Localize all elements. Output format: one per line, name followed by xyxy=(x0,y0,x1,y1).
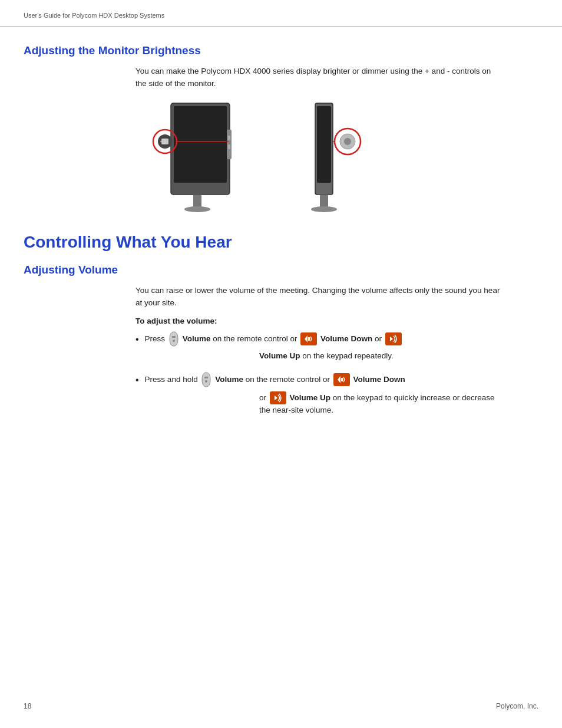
volume-down-icon-2 xyxy=(333,373,350,386)
monitor-brightness-body: You can make the Polycom HDX 4000 series… xyxy=(135,65,501,90)
svg-rect-13 xyxy=(317,106,331,183)
svg-point-15 xyxy=(311,206,337,212)
bullet2-continuation: or Volume Up on the keypad to quickly in… xyxy=(247,391,507,417)
volume-up-icon-1 xyxy=(385,332,402,345)
page-content: Adjusting the Monitor Brightness You can… xyxy=(0,27,562,450)
bullet1-continuation: Volume Up on the keypad repeatedly. xyxy=(247,350,507,363)
volume-up-icon-2 xyxy=(270,391,286,404)
adjusting-volume-heading: Adjusting Volume xyxy=(24,263,538,276)
svg-marker-22 xyxy=(305,335,308,342)
bullet-section-1: • Press Volume on the remote control or xyxy=(135,331,507,363)
svg-rect-25 xyxy=(204,377,208,378)
monitor-right-image xyxy=(271,97,377,215)
svg-point-26 xyxy=(205,380,207,383)
adjusting-volume-body: You can raise or lower the volume of the… xyxy=(135,285,501,309)
page-header: User's Guide for Polycom HDX Desktop Sys… xyxy=(0,0,562,27)
svg-rect-14 xyxy=(320,195,328,207)
svg-rect-28 xyxy=(341,378,343,381)
svg-point-21 xyxy=(173,340,175,342)
bullet-dot-1: • xyxy=(135,332,139,347)
monitor-images xyxy=(135,97,538,215)
bullet1-cont-text: on the keypad repeatedly. xyxy=(302,351,393,360)
bullet2-vol-down-label: Volume Down xyxy=(353,375,405,384)
monitor-brightness-heading: Adjusting the Monitor Brightness xyxy=(24,44,538,57)
volume-down-icon-1 xyxy=(300,332,317,345)
bullet2-volume-bold: Volume xyxy=(215,375,243,384)
bullet-content-1: Press Volume on the remote control or xyxy=(145,331,507,347)
bullet1-vol-up-label: Volume Up xyxy=(259,351,300,360)
svg-point-19 xyxy=(344,138,351,145)
svg-rect-1 xyxy=(174,106,227,183)
svg-rect-20 xyxy=(172,336,176,338)
to-adjust-label: To adjust the volume: xyxy=(135,317,538,325)
remote-icon-1 xyxy=(168,331,179,347)
bullet1-or: or xyxy=(375,334,382,342)
bullet2-press-hold: Press and hold xyxy=(145,375,198,384)
svg-marker-24 xyxy=(390,337,393,341)
svg-rect-5 xyxy=(228,136,230,140)
monitor-right-svg xyxy=(271,97,377,215)
svg-marker-27 xyxy=(338,376,340,383)
bullet2-mid: on the remote control or xyxy=(246,375,330,384)
svg-rect-23 xyxy=(308,337,310,341)
chapter-heading: Controlling What You Hear xyxy=(24,233,538,252)
bullet2-cont-or: or xyxy=(259,393,266,402)
bullet1-mid: on the remote control or xyxy=(213,334,297,342)
monitor-left-svg xyxy=(135,97,247,215)
bullet2-vol-up-label: Volume Up xyxy=(290,393,331,402)
svg-point-3 xyxy=(184,206,210,212)
bullet1-volume-bold: Volume xyxy=(183,334,211,342)
bullet1-press: Press xyxy=(145,334,166,342)
remote-icon-2 xyxy=(201,372,211,387)
header-text: User's Guide for Polycom HDX Desktop Sys… xyxy=(24,12,164,19)
bullet-item-1: • Press Volume on the remote control or xyxy=(135,331,507,347)
bullet-item-2: • Press and hold Volume on the remote co… xyxy=(135,372,507,388)
company-name: Polycom, Inc. xyxy=(496,702,538,710)
bullet1-vol-down-label: Volume Down xyxy=(320,334,372,342)
monitor-left-image xyxy=(135,97,247,215)
bullet-content-2: Press and hold Volume on the remote cont… xyxy=(145,372,507,387)
bullet-section-2: • Press and hold Volume on the remote co… xyxy=(135,372,507,417)
svg-rect-6 xyxy=(228,144,230,149)
page-footer: 18 Polycom, Inc. xyxy=(24,702,538,710)
bullet-dot-2: • xyxy=(135,373,139,388)
svg-rect-10 xyxy=(161,139,168,144)
svg-marker-29 xyxy=(275,396,277,400)
page-number: 18 xyxy=(24,702,31,710)
